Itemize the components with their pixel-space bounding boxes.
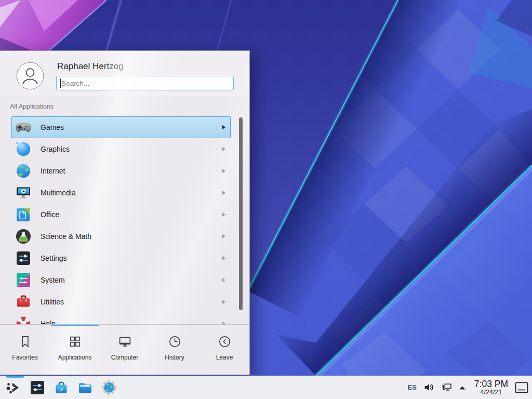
graphics-category-icon: [15, 141, 32, 157]
tab-computer[interactable]: Computer: [100, 326, 150, 375]
text-caret: [60, 78, 61, 88]
utilities-category-icon: [15, 294, 32, 310]
app-category-label: Office: [41, 210, 59, 219]
app-category-label: System: [41, 276, 65, 284]
chevron-right-icon: [222, 125, 225, 129]
search-field-wrap: [56, 76, 234, 90]
kickoff-menu: Raphael Hertzog All Applications GamesGr…: [0, 50, 250, 375]
tab-leave[interactable]: Leave: [200, 326, 249, 375]
taskbar-panel: ES 7:03 PM 4/24/21: [0, 376, 532, 399]
app-category-games[interactable]: Games: [11, 116, 231, 138]
leave-icon: [218, 335, 232, 349]
app-category-label: Utilities: [41, 298, 64, 306]
volume-icon[interactable]: [423, 382, 434, 393]
chevron-right-icon: [222, 300, 225, 304]
show-desktop-icon[interactable]: [515, 382, 528, 393]
chevron-right-icon: [222, 212, 225, 217]
app-category-label: Help: [41, 320, 56, 324]
clock-date: 4/24/21: [474, 389, 508, 396]
user-name: Raphael Hertzog: [57, 61, 124, 72]
app-category-utilities[interactable]: Utilities: [11, 291, 231, 313]
desktop: Raphael Hertzog All Applications GamesGr…: [0, 0, 532, 399]
computer-icon: [118, 335, 132, 349]
multimedia-category-icon: [15, 184, 32, 201]
app-category-graphics[interactable]: Graphics: [11, 138, 231, 160]
chevron-right-icon: [222, 256, 225, 260]
chevron-right-icon: [222, 169, 225, 173]
active-tab-indicator: [51, 325, 99, 326]
app-category-system[interactable]: System: [11, 269, 231, 291]
applications-icon: [68, 335, 82, 349]
chevron-right-icon: [222, 191, 225, 195]
app-category-label: Graphics: [41, 145, 70, 153]
chevron-right-icon: [222, 147, 225, 151]
chevron-right-icon: [222, 234, 225, 238]
app-category-science-math[interactable]: Science & Math: [11, 225, 231, 247]
science-category-icon: [15, 228, 32, 245]
app-category-label: Internet: [41, 167, 65, 175]
kickoff-launcher-button[interactable]: [5, 379, 22, 396]
tab-label: Computer: [111, 354, 139, 361]
app-category-multimedia[interactable]: Multimedia: [11, 182, 231, 204]
chevron-right-icon: [222, 278, 225, 282]
digital-clock[interactable]: 7:03 PM 4/24/21: [474, 379, 508, 396]
section-label: All Applications: [10, 103, 54, 110]
app-category-help[interactable]: Help: [11, 313, 231, 324]
kickoff-launcher-icon: [5, 379, 22, 396]
tab-label: History: [165, 354, 184, 361]
tab-favorites[interactable]: Favorites: [0, 326, 50, 375]
expand-tray-icon[interactable]: [459, 385, 466, 390]
discover-launcher-icon: [53, 379, 70, 396]
app-category-label: Games: [41, 123, 64, 131]
tab-applications[interactable]: Applications: [50, 326, 100, 375]
office-category-icon: [15, 206, 32, 223]
system-settings-launcher-icon: [29, 379, 46, 396]
clock-time: 7:03 PM: [474, 379, 508, 389]
games-category-icon: [15, 119, 32, 136]
app-category-label: Settings: [41, 254, 67, 262]
kickoff-tabbar: FavoritesApplicationsComputerHistoryLeav…: [0, 326, 249, 375]
system-settings-launcher-button[interactable]: [29, 379, 46, 396]
tab-label: Applications: [58, 354, 92, 361]
scrollbar[interactable]: [239, 117, 243, 310]
dolphin-launcher-icon: [77, 379, 94, 396]
app-category-label: Science & Math: [41, 232, 91, 241]
tab-label: Leave: [216, 354, 233, 361]
dolphin-launcher-button[interactable]: [77, 379, 94, 396]
keyboard-layout-indicator[interactable]: ES: [407, 383, 416, 391]
system-category-icon: [15, 272, 32, 288]
tab-history[interactable]: History: [150, 326, 200, 375]
network-icon[interactable]: [441, 382, 452, 393]
internet-category-icon: [15, 163, 32, 179]
help-category-icon: [15, 315, 32, 324]
history-icon: [168, 335, 182, 349]
system-tray: ES 7:03 PM 4/24/21: [407, 379, 532, 396]
panel-launchers: [0, 379, 117, 396]
kickoff-header: Raphael Hertzog: [0, 51, 249, 97]
app-category-settings[interactable]: Settings: [11, 247, 231, 269]
tabbar-separator: [0, 324, 249, 325]
app-category-internet[interactable]: Internet: [11, 160, 231, 182]
active-task-indicator: [6, 376, 24, 378]
app-list: GamesGraphicsInternetMultimediaOfficeSci…: [0, 116, 249, 324]
discover-launcher-button[interactable]: [53, 379, 70, 396]
app-category-office[interactable]: Office: [11, 204, 231, 225]
settings-category-icon: [15, 250, 32, 267]
tab-label: Favorites: [12, 354, 37, 361]
favorites-icon: [18, 335, 32, 349]
search-input[interactable]: [56, 76, 234, 90]
browser-globe-launcher-button[interactable]: [101, 379, 117, 396]
browser-globe-launcher-icon: [101, 379, 117, 396]
app-category-label: Multimedia: [41, 189, 76, 197]
user-avatar[interactable]: [16, 62, 44, 90]
